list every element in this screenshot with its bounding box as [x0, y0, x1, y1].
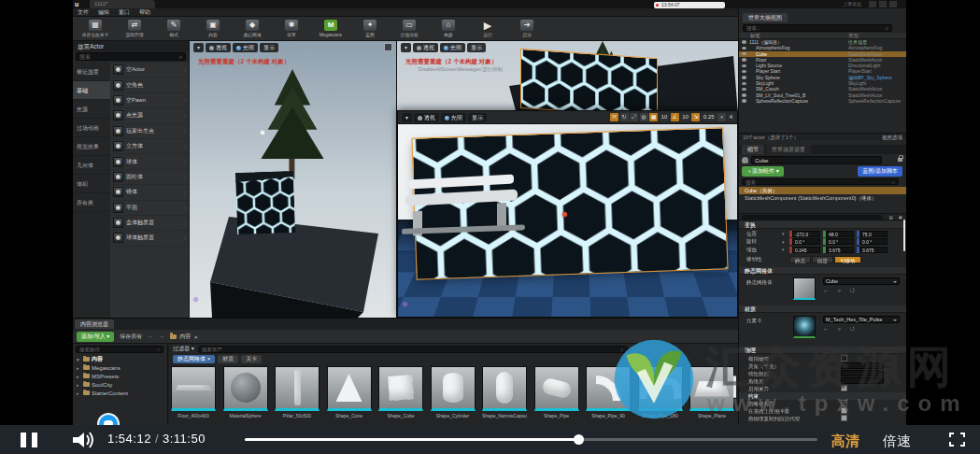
add-component-button[interactable]: ＋添加组件 ▾	[742, 166, 784, 177]
menu-item[interactable]: 编辑	[93, 8, 114, 17]
toolbar-button[interactable]: ▶ 运行	[469, 20, 506, 37]
property-control[interactable]	[841, 407, 906, 415]
viewport-mode-button[interactable]: 光照	[233, 43, 258, 52]
drag-handle-icon[interactable]: ○	[183, 174, 189, 179]
save-all-button[interactable]: 保存所有	[120, 333, 142, 341]
folder-row[interactable]: ▸ SoulCity	[73, 380, 167, 389]
expand-icon[interactable]: ⊞	[888, 214, 893, 221]
place-actor-item[interactable]: 盒体触发器 ○	[110, 216, 189, 231]
place-actor-item[interactable]: 点光源 ○	[110, 108, 189, 123]
drag-handle-icon[interactable]: ○	[183, 220, 189, 226]
progress-knob[interactable]	[574, 434, 584, 445]
rotation-snap-value[interactable]: 10	[680, 113, 690, 121]
drag-handle-icon[interactable]: ○	[183, 128, 189, 134]
asset-action-icons[interactable]: ← ⌕ ↺	[823, 288, 859, 294]
expander-caret-icon[interactable]: ▸	[77, 374, 81, 379]
world-outliner-tab[interactable]: 世界大纲视图	[743, 13, 788, 22]
tab-world-settings[interactable]: 世界场景设置	[766, 145, 811, 154]
visibility-eye-icon[interactable]	[742, 88, 746, 91]
asset-tile[interactable]: Shape_Plane	[689, 366, 734, 419]
visibility-eye-icon[interactable]	[742, 76, 746, 78]
chevron-down-icon[interactable]: ▾	[782, 231, 789, 236]
path-search-input[interactable]: 搜索路径⌕	[76, 346, 163, 353]
section-materials[interactable]: 材质	[739, 305, 906, 313]
outliner-search-input[interactable]: 搜索...⌕	[743, 24, 892, 32]
toolbar-button[interactable]: ✦ 蓝图	[351, 20, 389, 37]
content-browser-tab[interactable]: 内容浏览器	[75, 319, 114, 329]
z-value-field[interactable]: 75.0	[859, 231, 888, 237]
toolbar-button[interactable]: ➔ 启动	[508, 20, 546, 37]
quality-button[interactable]: 高清	[831, 433, 859, 450]
x-value-field[interactable]: 0.0 °	[792, 238, 820, 245]
floating-viewport-scene[interactable]: ⊕	[398, 124, 737, 317]
viewport-mode-button[interactable]: 透视	[414, 113, 439, 122]
folder-row[interactable]: ▸ MSPresets	[73, 372, 167, 380]
property-control[interactable]	[841, 415, 906, 422]
breadcrumb[interactable]: 内容➤	[170, 333, 198, 341]
view-options-button[interactable]: 视图选项	[882, 134, 902, 141]
pivot-gizmo-icon[interactable]: ⊕	[192, 295, 199, 304]
viewport-mode-button[interactable]: 显示	[468, 113, 487, 122]
blueprint-add-script-button[interactable]: 蓝图/添加脚本	[858, 166, 902, 177]
asset-tile[interactable]: Shape_Cone	[327, 366, 372, 419]
visibility-eye-icon[interactable]	[742, 64, 746, 67]
visibility-eye-icon[interactable]	[742, 93, 746, 96]
viewport-options-button[interactable]: ▾	[193, 43, 204, 52]
outliner-row[interactable]: SphereReflectionCapture SphereReflection…	[739, 98, 906, 104]
filter-chip[interactable]: 静态网格体 ×	[173, 355, 215, 363]
asset-tile[interactable]: Shape_Pipe_180	[638, 366, 683, 419]
menu-item[interactable]: 帮助	[135, 8, 155, 17]
component-search-input[interactable]: 搜索⌕	[742, 178, 899, 185]
viewport-maximize-icon[interactable]	[384, 43, 392, 51]
visibility-eye-icon[interactable]	[742, 40, 746, 43]
property-control[interactable]	[841, 362, 906, 370]
toolbar-button[interactable]: M Megascans	[312, 20, 349, 37]
editor-window-tab[interactable]: 1111*	[90, 0, 155, 8]
place-category-tab[interactable]: 光源	[73, 100, 110, 119]
visibility-eye-icon[interactable]	[742, 82, 746, 85]
grid-snap-icon[interactable]: ▦	[649, 113, 658, 121]
place-actor-item[interactable]: 球体触发器 ○	[110, 231, 189, 246]
place-category-tab[interactable]: 视觉效果	[73, 137, 110, 156]
filter-chip[interactable]: 材质	[218, 355, 238, 363]
forward-arrow-icon[interactable]: →	[159, 333, 164, 339]
viewport-mode-button[interactable]: 显示	[467, 43, 486, 52]
asset-tile[interactable]: Shape_Cube	[378, 366, 423, 419]
section-transform[interactable]: 变换	[739, 221, 906, 229]
material-dropdown[interactable]: M_Tech_Hex_Tile_Pulse	[823, 316, 900, 323]
scale-snap-icon[interactable]: ⇲	[691, 113, 700, 121]
asset-tile[interactable]: Shape_Pipe_90	[586, 366, 631, 419]
viewport-mode-button[interactable]: 光照	[441, 113, 466, 122]
drag-handle-icon[interactable]: ○	[183, 235, 189, 241]
add-import-button[interactable]: 添加/导入 ▾	[77, 332, 114, 342]
mobility-option-button[interactable]: 可移动	[834, 256, 861, 263]
grid-snap-value[interactable]: 10	[660, 113, 670, 121]
place-actors-search-input[interactable]: 搜索⌕	[76, 52, 186, 61]
drag-handle-icon[interactable]: ○	[183, 205, 189, 210]
details-scrollbar[interactable]	[903, 220, 905, 251]
visibility-eye-icon[interactable]	[742, 99, 746, 102]
drag-handle-icon[interactable]: ○	[183, 82, 189, 88]
menu-item[interactable]: 文件	[73, 8, 93, 17]
expander-caret-icon[interactable]: ▸	[77, 365, 81, 371]
visibility-eye-icon[interactable]	[742, 70, 746, 73]
folder-row[interactable]: ▸ StarterContent	[73, 389, 167, 397]
property-control[interactable]	[841, 400, 906, 407]
scale-tool-icon[interactable]: ⤢	[630, 113, 638, 121]
floating-viewport-header[interactable]: ▾ 透视光照显示 ⤧ ↻ ⤢ ◍ ▦ 10 ∠ 10 ⇲ 0.25 ⌖	[398, 111, 737, 124]
filters-button[interactable]: 过滤器 ▾	[173, 345, 194, 353]
place-actor-item[interactable]: 空Actor ○	[110, 63, 189, 78]
z-value-field[interactable]: 0.0 °	[859, 238, 888, 245]
light-gizmo-dot[interactable]	[261, 131, 264, 135]
viewport-options-button[interactable]: ▾	[401, 43, 411, 52]
place-category-tab[interactable]: 体积	[73, 175, 110, 193]
component-tree-row[interactable]: StaticMeshComponent (StaticMeshComponent…	[739, 194, 906, 202]
asset-action-icons[interactable]: ← ⌕ ↺	[823, 326, 859, 333]
asset-search-input[interactable]: 搜索资产⌕	[198, 346, 628, 353]
asset-tile[interactable]: Shape_Pipe	[534, 366, 579, 419]
hex-cube-actor[interactable]	[235, 171, 295, 234]
drag-handle-icon[interactable]: ○	[183, 144, 189, 149]
place-category-tab[interactable]: 所有类	[73, 193, 110, 212]
menu-item[interactable]: 窗口	[114, 8, 135, 17]
viewport-left[interactable]: ▾ 透视光照显示 光照需要重建（2 个未构建 对象）	[190, 41, 397, 318]
